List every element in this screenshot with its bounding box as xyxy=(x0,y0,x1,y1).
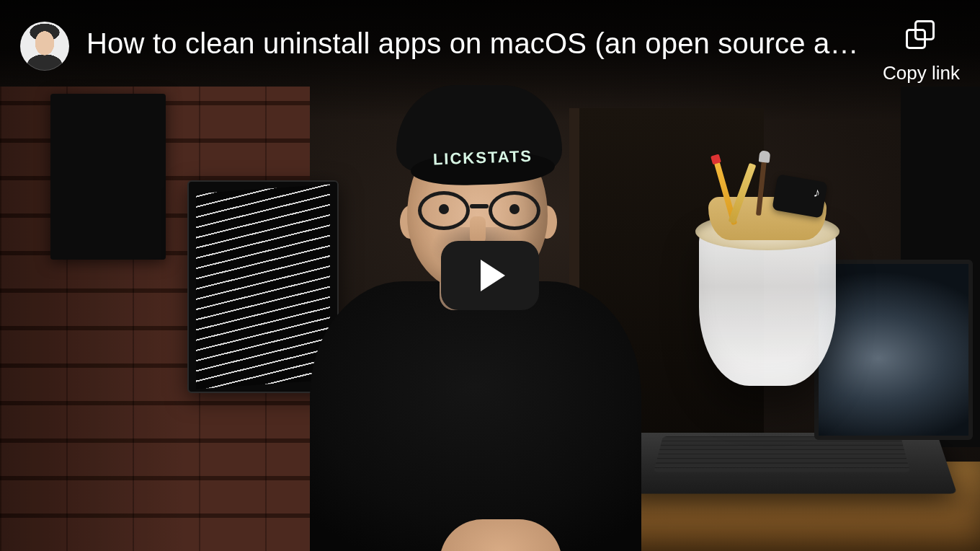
cap-text: LICKSTATS xyxy=(432,147,534,169)
copy-link-button[interactable]: Copy link xyxy=(883,20,960,84)
trash-bin-graphic xyxy=(695,191,839,386)
presenter-eye xyxy=(509,204,520,214)
presenter-figure: LICKSTATS xyxy=(288,72,663,551)
presenter-eye xyxy=(439,204,449,214)
presenter-torso xyxy=(310,281,641,551)
copy-icon xyxy=(906,20,937,52)
play-icon xyxy=(481,260,505,291)
video-title-bar: How to clean uninstall apps on macOS (an… xyxy=(0,0,980,94)
presenter-glasses xyxy=(418,191,540,230)
copy-link-label: Copy link xyxy=(883,62,960,84)
channel-avatar[interactable] xyxy=(20,22,69,71)
glasses-bridge xyxy=(470,204,489,208)
video-title[interactable]: How to clean uninstall apps on macOS (an… xyxy=(86,26,861,61)
video-player: LICKSTATS How to clean uninstall apps on… xyxy=(0,0,980,551)
laptop-keyboard xyxy=(654,436,910,472)
acoustic-panel-left xyxy=(50,94,166,260)
play-button[interactable] xyxy=(441,241,539,310)
